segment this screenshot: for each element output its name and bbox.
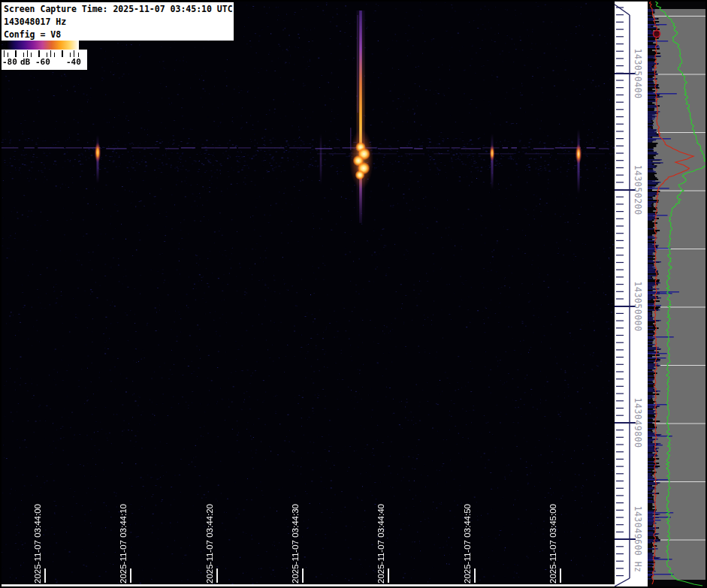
capture-time-text: Screen Capture Time: 2025-11-07 03:45:10… <box>4 3 231 16</box>
waterfall-bottom-border <box>2 584 615 586</box>
time-tick-label: 2025-11-07 03:44:50 <box>462 499 473 583</box>
intensity-color-scale: -80dB-60-40 <box>2 40 87 70</box>
time-tick-label: 2025-11-07 03:44:10 <box>118 499 129 583</box>
time-tick-mark <box>130 568 131 583</box>
color-scale-ruler-ticks <box>4 50 83 57</box>
waterfall-spectrogram-canvas <box>2 2 615 585</box>
scale-label-1: dB <box>20 57 30 68</box>
frequency-tick-label: 143049600 Hz <box>633 505 643 572</box>
frequency-axis: 1430504001430502001430500001430498001430… <box>615 2 648 586</box>
color-gradient-bar <box>6 41 79 50</box>
scale-label-3: -40 <box>66 57 81 68</box>
time-tick-mark <box>388 568 389 583</box>
time-tick-label: 2025-11-07 03:44:30 <box>290 499 301 583</box>
frequency-tick-label: 143050000 <box>633 282 643 332</box>
tuned-frequency-text: 143048017 Hz <box>4 16 231 29</box>
time-tick-mark <box>216 568 218 583</box>
time-tick-mark <box>474 568 476 583</box>
time-tick-mark <box>560 568 561 583</box>
capture-info-box: Screen Capture Time: 2025-11-07 03:45:10… <box>2 2 234 41</box>
time-tick-label: 2025-11-07 03:44:00 <box>32 499 44 583</box>
scale-label-0: -80 <box>2 57 17 68</box>
time-tick-label: 2025-11-07 03:45:00 <box>548 499 559 583</box>
spectrogram-app: Screen Capture Time: 2025-11-07 03:45:10… <box>0 0 707 588</box>
time-tick-label: 2025-11-07 03:44:20 <box>204 499 216 583</box>
frequency-tick-label: 143050200 <box>633 165 643 216</box>
time-tick-mark <box>302 568 304 583</box>
scale-label-2: -60 <box>35 57 50 68</box>
frequency-tick-label: 143050400 <box>633 49 643 99</box>
color-scale-label-box: -80dB-60-40 <box>2 50 87 70</box>
live-spectrum-panel-canvas <box>648 2 705 586</box>
time-tick-mark <box>44 568 46 583</box>
time-tick-label: 2025-11-07 03:44:40 <box>376 499 387 583</box>
frequency-tick-label: 143049800 <box>633 398 643 448</box>
